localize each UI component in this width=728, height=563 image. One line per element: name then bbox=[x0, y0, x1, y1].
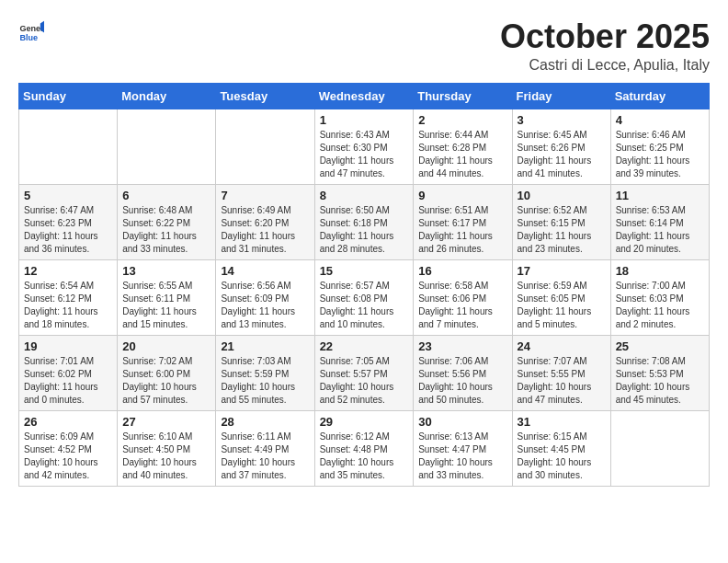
day-info: Sunrise: 6:46 AM Sunset: 6:25 PM Dayligh… bbox=[616, 129, 704, 180]
logo: General Blue bbox=[18, 18, 44, 44]
day-number: 22 bbox=[320, 339, 409, 353]
day-number: 6 bbox=[122, 189, 210, 202]
week-row-5: 26Sunrise: 6:09 AM Sunset: 4:52 PM Dayli… bbox=[19, 410, 710, 486]
month-title: October 2025 bbox=[500, 18, 710, 55]
day-cell: 25Sunrise: 7:08 AM Sunset: 5:53 PM Dayli… bbox=[610, 335, 709, 410]
day-cell: 2Sunrise: 6:44 AM Sunset: 6:28 PM Daylig… bbox=[414, 109, 512, 184]
day-number: 2 bbox=[418, 113, 506, 127]
day-cell: 15Sunrise: 6:57 AM Sunset: 6:08 PM Dayli… bbox=[314, 259, 414, 335]
day-info: Sunrise: 6:48 AM Sunset: 6:22 PM Dayligh… bbox=[122, 204, 210, 256]
day-info: Sunrise: 6:45 AM Sunset: 6:26 PM Dayligh… bbox=[518, 129, 606, 180]
page-header: General Blue October 2025 Castri di Lecc… bbox=[18, 18, 710, 74]
day-number: 12 bbox=[24, 264, 112, 278]
day-info: Sunrise: 6:09 AM Sunset: 4:52 PM Dayligh… bbox=[24, 431, 112, 482]
day-info: Sunrise: 6:57 AM Sunset: 6:08 PM Dayligh… bbox=[320, 280, 409, 331]
day-cell: 4Sunrise: 6:46 AM Sunset: 6:25 PM Daylig… bbox=[610, 109, 709, 184]
day-info: Sunrise: 7:01 AM Sunset: 6:02 PM Dayligh… bbox=[24, 355, 112, 407]
day-cell: 23Sunrise: 7:06 AM Sunset: 5:56 PM Dayli… bbox=[414, 335, 512, 410]
day-info: Sunrise: 7:06 AM Sunset: 5:56 PM Dayligh… bbox=[418, 355, 506, 407]
day-number: 29 bbox=[320, 415, 409, 429]
day-info: Sunrise: 7:02 AM Sunset: 6:00 PM Dayligh… bbox=[122, 355, 210, 407]
day-number: 27 bbox=[122, 415, 210, 429]
day-number: 13 bbox=[122, 264, 210, 278]
day-number: 24 bbox=[518, 339, 606, 353]
weekday-header-tuesday: Tuesday bbox=[216, 83, 314, 109]
day-cell: 31Sunrise: 6:15 AM Sunset: 4:45 PM Dayli… bbox=[512, 410, 610, 486]
day-number: 8 bbox=[320, 189, 409, 202]
day-cell bbox=[19, 109, 118, 184]
day-number: 14 bbox=[221, 264, 309, 278]
day-cell: 11Sunrise: 6:53 AM Sunset: 6:14 PM Dayli… bbox=[610, 184, 709, 259]
day-info: Sunrise: 6:11 AM Sunset: 4:49 PM Dayligh… bbox=[221, 431, 309, 482]
day-info: Sunrise: 6:44 AM Sunset: 6:28 PM Dayligh… bbox=[418, 129, 506, 180]
day-number: 30 bbox=[418, 415, 506, 429]
day-cell: 18Sunrise: 7:00 AM Sunset: 6:03 PM Dayli… bbox=[610, 259, 709, 335]
day-number: 5 bbox=[24, 189, 112, 202]
calendar-table: SundayMondayTuesdayWednesdayThursdayFrid… bbox=[18, 83, 710, 487]
day-number: 31 bbox=[518, 415, 606, 429]
day-cell: 29Sunrise: 6:12 AM Sunset: 4:48 PM Dayli… bbox=[314, 410, 414, 486]
day-cell: 21Sunrise: 7:03 AM Sunset: 5:59 PM Dayli… bbox=[216, 335, 314, 410]
day-cell: 8Sunrise: 6:50 AM Sunset: 6:18 PM Daylig… bbox=[314, 184, 414, 259]
day-number: 26 bbox=[24, 415, 112, 429]
svg-text:Blue: Blue bbox=[19, 33, 38, 42]
day-info: Sunrise: 6:10 AM Sunset: 4:50 PM Dayligh… bbox=[122, 431, 210, 482]
week-row-4: 19Sunrise: 7:01 AM Sunset: 6:02 PM Dayli… bbox=[19, 335, 710, 410]
day-number: 28 bbox=[221, 415, 309, 429]
day-cell: 26Sunrise: 6:09 AM Sunset: 4:52 PM Dayli… bbox=[19, 410, 118, 486]
weekday-header-monday: Monday bbox=[118, 83, 216, 109]
location-title: Castri di Lecce, Apulia, Italy bbox=[500, 57, 710, 74]
day-number: 11 bbox=[616, 189, 704, 202]
day-number: 18 bbox=[616, 264, 704, 278]
day-cell: 1Sunrise: 6:43 AM Sunset: 6:30 PM Daylig… bbox=[314, 109, 414, 184]
day-info: Sunrise: 6:47 AM Sunset: 6:23 PM Dayligh… bbox=[24, 204, 112, 256]
day-cell bbox=[118, 109, 216, 184]
day-info: Sunrise: 6:58 AM Sunset: 6:06 PM Dayligh… bbox=[418, 280, 506, 331]
day-cell: 5Sunrise: 6:47 AM Sunset: 6:23 PM Daylig… bbox=[19, 184, 118, 259]
day-number: 16 bbox=[418, 264, 506, 278]
day-cell: 24Sunrise: 7:07 AM Sunset: 5:55 PM Dayli… bbox=[512, 335, 610, 410]
day-info: Sunrise: 6:12 AM Sunset: 4:48 PM Dayligh… bbox=[320, 431, 409, 482]
day-cell: 19Sunrise: 7:01 AM Sunset: 6:02 PM Dayli… bbox=[19, 335, 118, 410]
day-number: 23 bbox=[418, 339, 506, 353]
weekday-header-friday: Friday bbox=[512, 83, 610, 109]
day-info: Sunrise: 6:49 AM Sunset: 6:20 PM Dayligh… bbox=[221, 204, 309, 256]
day-info: Sunrise: 7:08 AM Sunset: 5:53 PM Dayligh… bbox=[616, 355, 704, 407]
day-number: 15 bbox=[320, 264, 409, 278]
day-info: Sunrise: 6:52 AM Sunset: 6:15 PM Dayligh… bbox=[518, 204, 606, 256]
day-info: Sunrise: 7:00 AM Sunset: 6:03 PM Dayligh… bbox=[616, 280, 704, 331]
day-cell: 9Sunrise: 6:51 AM Sunset: 6:17 PM Daylig… bbox=[414, 184, 512, 259]
week-row-1: 1Sunrise: 6:43 AM Sunset: 6:30 PM Daylig… bbox=[19, 109, 710, 184]
day-cell: 13Sunrise: 6:55 AM Sunset: 6:11 PM Dayli… bbox=[118, 259, 216, 335]
day-number: 20 bbox=[122, 339, 210, 353]
day-cell bbox=[216, 109, 314, 184]
day-info: Sunrise: 6:50 AM Sunset: 6:18 PM Dayligh… bbox=[320, 204, 409, 256]
day-number: 17 bbox=[518, 264, 606, 278]
day-info: Sunrise: 6:43 AM Sunset: 6:30 PM Dayligh… bbox=[320, 129, 409, 180]
day-cell: 10Sunrise: 6:52 AM Sunset: 6:15 PM Dayli… bbox=[512, 184, 610, 259]
weekday-header-sunday: Sunday bbox=[19, 83, 118, 109]
day-info: Sunrise: 6:53 AM Sunset: 6:14 PM Dayligh… bbox=[616, 204, 704, 256]
week-row-2: 5Sunrise: 6:47 AM Sunset: 6:23 PM Daylig… bbox=[19, 184, 710, 259]
title-area: October 2025 Castri di Lecce, Apulia, It… bbox=[500, 18, 710, 74]
day-info: Sunrise: 6:13 AM Sunset: 4:47 PM Dayligh… bbox=[418, 431, 506, 482]
day-info: Sunrise: 6:51 AM Sunset: 6:17 PM Dayligh… bbox=[418, 204, 506, 256]
day-cell: 14Sunrise: 6:56 AM Sunset: 6:09 PM Dayli… bbox=[216, 259, 314, 335]
day-number: 3 bbox=[518, 113, 606, 127]
day-info: Sunrise: 6:54 AM Sunset: 6:12 PM Dayligh… bbox=[24, 280, 112, 331]
day-cell: 7Sunrise: 6:49 AM Sunset: 6:20 PM Daylig… bbox=[216, 184, 314, 259]
weekday-header-wednesday: Wednesday bbox=[314, 83, 414, 109]
day-cell: 16Sunrise: 6:58 AM Sunset: 6:06 PM Dayli… bbox=[414, 259, 512, 335]
logo-icon: General Blue bbox=[18, 18, 44, 44]
day-info: Sunrise: 6:15 AM Sunset: 4:45 PM Dayligh… bbox=[518, 431, 606, 482]
day-info: Sunrise: 7:05 AM Sunset: 5:57 PM Dayligh… bbox=[320, 355, 409, 407]
week-row-3: 12Sunrise: 6:54 AM Sunset: 6:12 PM Dayli… bbox=[19, 259, 710, 335]
day-number: 9 bbox=[418, 189, 506, 202]
day-cell: 28Sunrise: 6:11 AM Sunset: 4:49 PM Dayli… bbox=[216, 410, 314, 486]
weekday-header-row: SundayMondayTuesdayWednesdayThursdayFrid… bbox=[19, 83, 710, 109]
day-cell: 6Sunrise: 6:48 AM Sunset: 6:22 PM Daylig… bbox=[118, 184, 216, 259]
day-cell: 27Sunrise: 6:10 AM Sunset: 4:50 PM Dayli… bbox=[118, 410, 216, 486]
day-info: Sunrise: 6:55 AM Sunset: 6:11 PM Dayligh… bbox=[122, 280, 210, 331]
day-number: 4 bbox=[616, 113, 704, 127]
day-number: 25 bbox=[616, 339, 704, 353]
